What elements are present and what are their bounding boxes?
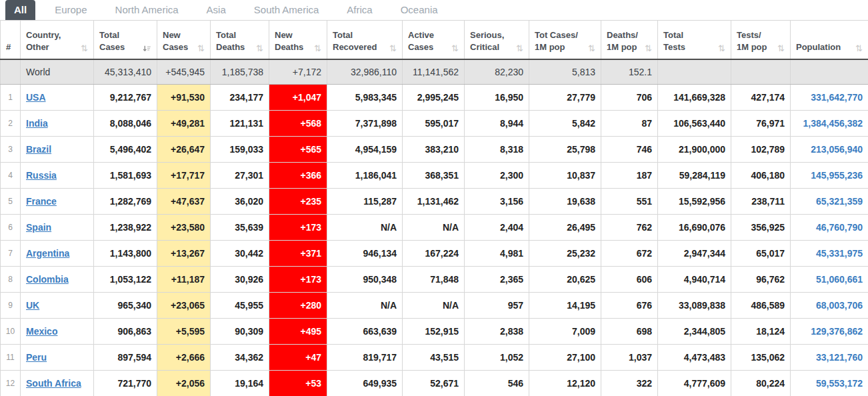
cell-active-cases: 2,995,245 (403, 84, 465, 110)
column-header-new-cases[interactable]: New Cases⇅ (157, 21, 211, 59)
column-header-population[interactable]: Population⇅ (791, 21, 868, 59)
column-header-active-cases[interactable]: Active Cases⇅ (403, 21, 465, 59)
cell-new-cases: +2,666 (157, 344, 211, 370)
country-link[interactable]: Russia (26, 170, 57, 181)
cell-total-recovered: 5,983,345 (327, 84, 403, 110)
column-label: Active Cases (408, 29, 434, 53)
country-link[interactable]: India (26, 118, 48, 129)
tab-oceania[interactable]: Oceania (392, 0, 447, 20)
cell-total-tests: 33,089,838 (658, 292, 731, 318)
cell-new-deaths: +366 (269, 162, 327, 188)
column-label: Deaths/ 1M pop (607, 29, 638, 53)
cell-total-recovered: 649,935 (327, 370, 403, 396)
cell-country: UK (21, 292, 94, 318)
column-header-total-cases[interactable]: Total Cases (94, 21, 157, 59)
column-header-deaths-1m-pop[interactable]: Deaths/ 1M pop⇅ (601, 21, 658, 59)
cell-new-deaths: +47 (269, 344, 327, 370)
country-link[interactable]: Spain (26, 222, 51, 233)
cell-total-deaths: 30,926 (211, 266, 269, 292)
country-row: 6Spain1,238,922+23,58035,639+173N/AN/A2,… (1, 214, 868, 240)
sort-toggle-icon[interactable]: ⇅ (197, 44, 205, 53)
cell-population (791, 59, 868, 85)
country-link[interactable]: Colombia (26, 274, 69, 285)
cell-tot-cases-1m: 25,232 (529, 240, 601, 266)
cell-new-deaths: +173 (269, 266, 327, 292)
cell-total-cases: 1,238,922 (94, 214, 157, 240)
cell-population: 129,376,862 (791, 318, 868, 344)
column-label: # (6, 41, 11, 53)
tab-europe[interactable]: Europe (46, 0, 95, 20)
sort-toggle-icon[interactable]: ⇅ (588, 44, 595, 53)
cell-tests-1m: 427,174 (731, 84, 791, 110)
tab-north-america[interactable]: North America (107, 0, 187, 20)
cell-rank: 5 (1, 188, 21, 214)
cell-new-cases: +17,717 (157, 162, 211, 188)
cell-total-recovered: 819,717 (327, 344, 403, 370)
country-link[interactable]: South Africa (26, 378, 81, 389)
cell-active-cases: 368,351 (403, 162, 465, 188)
sort-toggle-icon[interactable]: ⇅ (314, 44, 321, 53)
country-link[interactable]: Peru (26, 352, 47, 363)
column-header-total-tests[interactable]: Total Tests⇅ (658, 21, 731, 59)
cell-total-cases: 906,863 (94, 318, 157, 344)
cell-tot-cases-1m: 5,842 (529, 110, 601, 136)
cell-active-cases: 52,671 (403, 370, 465, 396)
cell-country: Brazil (21, 136, 94, 162)
tab-africa[interactable]: Africa (338, 0, 381, 20)
country-link[interactable]: Mexico (26, 326, 57, 337)
column-label: Country, Other (26, 29, 61, 53)
cell-tests-1m: 406,180 (731, 162, 791, 188)
sort-toggle-icon[interactable]: ⇅ (389, 44, 397, 53)
country-link[interactable]: UK (26, 300, 39, 311)
cell-total-deaths: 234,177 (211, 84, 269, 110)
column-label: Total Deaths (216, 29, 245, 53)
cell-deaths-1m: 762 (601, 214, 658, 240)
cell-deaths-1m: 322 (601, 370, 658, 396)
column-header-country-other[interactable]: Country, Other⇅ (21, 21, 94, 59)
sort-toggle-icon[interactable]: ⇅ (718, 44, 725, 53)
tab-asia[interactable]: Asia (198, 0, 235, 20)
cell-active-cases: 71,848 (403, 266, 465, 292)
cell-total-deaths: 159,033 (211, 136, 269, 162)
tab-south-america[interactable]: South America (245, 0, 328, 20)
sort-toggle-icon[interactable]: ⇅ (777, 44, 785, 53)
country-row: 4Russia1,581,693+17,71727,301+3661,186,0… (1, 162, 868, 188)
column-header-tot-cases-1m-pop[interactable]: Tot Cases/ 1M pop⇅ (529, 21, 601, 59)
cell-population: 213,056,940 (791, 136, 868, 162)
country-link[interactable]: USA (26, 92, 46, 103)
country-row: 12South Africa721,770+2,05619,164+53649,… (1, 370, 868, 396)
country-link[interactable]: Brazil (26, 144, 51, 155)
sort-toggle-icon[interactable]: ⇅ (855, 44, 863, 53)
cell-tot-cases-1m: 25,798 (529, 136, 601, 162)
cell-deaths-1m: 152.1 (601, 59, 658, 85)
column-header-new-deaths[interactable]: New Deaths⇅ (269, 21, 327, 59)
cell-total-recovered: 115,287 (327, 188, 403, 214)
column-header-tests-1m-pop[interactable]: Tests/ 1M pop⇅ (731, 21, 791, 59)
sort-toggle-icon[interactable]: ⇅ (256, 44, 263, 53)
sort-toggle-icon[interactable]: ⇅ (516, 44, 523, 53)
cell-country: France (21, 188, 94, 214)
column-header-total-recovered[interactable]: Total Recovered⇅ (327, 21, 403, 59)
country-row: 7Argentina1,143,800+13,26730,442+371946,… (1, 240, 868, 266)
sort-toggle-icon[interactable]: ⇅ (645, 44, 652, 53)
cell-total-cases: 1,581,693 (94, 162, 157, 188)
sort-toggle-icon[interactable]: ⇅ (81, 44, 88, 53)
tab-all[interactable]: All (5, 0, 35, 20)
column-header-total-deaths[interactable]: Total Deaths⇅ (211, 21, 269, 59)
cell-new-cases: +23,580 (157, 214, 211, 240)
country-row: 11Peru897,594+2,66634,362+47819,71743,51… (1, 344, 868, 370)
cell-new-cases: +49,281 (157, 110, 211, 136)
cell-new-cases: +545,945 (157, 59, 211, 85)
cell-new-cases: +23,065 (157, 292, 211, 318)
sort-desc-active-icon[interactable] (143, 45, 151, 53)
country-link[interactable]: France (26, 196, 57, 207)
country-link[interactable]: Argentina (26, 248, 69, 259)
cell-population: 331,642,770 (791, 84, 868, 110)
cell-new-cases: +13,267 (157, 240, 211, 266)
cell-tests-1m: 80,224 (731, 370, 791, 396)
sort-toggle-icon[interactable]: ⇅ (451, 44, 459, 53)
cell-serious-critical: 546 (465, 370, 529, 396)
cell-active-cases: 383,210 (403, 136, 465, 162)
cell-rank: 2 (1, 110, 21, 136)
column-header-serious-critical[interactable]: Serious, Critical⇅ (465, 21, 529, 59)
